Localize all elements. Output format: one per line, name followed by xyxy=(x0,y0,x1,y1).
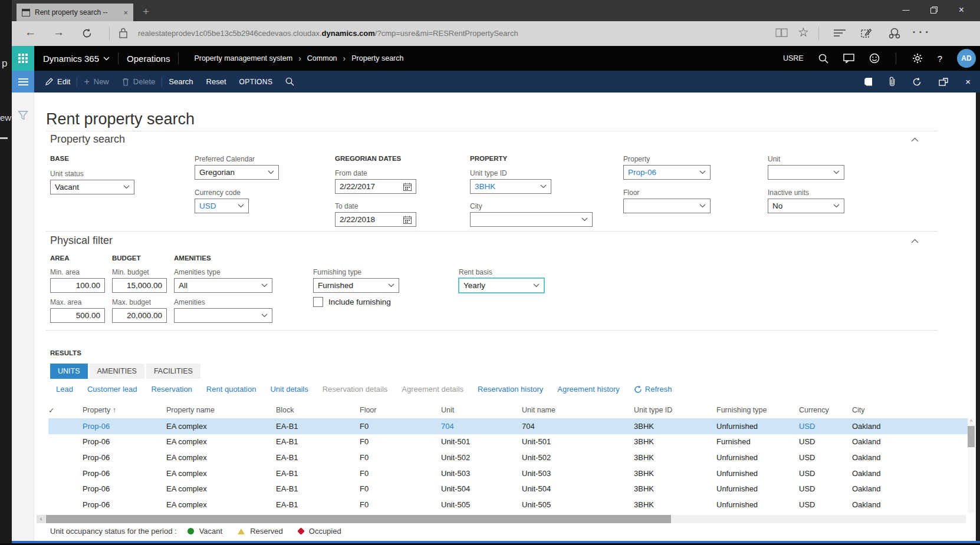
smiley-icon[interactable] xyxy=(869,53,880,64)
horizontal-scrollbar[interactable]: ‹ xyxy=(37,515,966,523)
column-header-furnishing-type[interactable]: Furnishing type xyxy=(716,406,799,414)
cell-unit[interactable]: 704 xyxy=(441,422,522,431)
collapse-chevron-icon[interactable] xyxy=(911,239,919,243)
close-page-icon[interactable]: × xyxy=(965,77,971,87)
column-header-unit-type-id[interactable]: Unit type ID xyxy=(634,406,716,414)
column-header-block[interactable]: Block xyxy=(276,406,360,414)
table-row[interactable]: Prop-06 EA complex EA-B1 F0 704 704 3BHK… xyxy=(48,418,974,434)
search-command-button[interactable]: Search xyxy=(162,77,199,86)
reservation-details-link[interactable]: Reservation details xyxy=(323,385,388,394)
unit-details-link[interactable]: Unit details xyxy=(270,385,308,394)
edit-button[interactable]: Edit xyxy=(39,77,77,86)
column-header-unit[interactable]: Unit xyxy=(441,406,522,414)
new-button[interactable]: + New xyxy=(77,77,115,87)
favorites-star-icon[interactable]: ☆ xyxy=(798,25,809,39)
tab-amenities[interactable]: AMENITIES xyxy=(90,364,144,379)
city-dropdown[interactable] xyxy=(470,212,593,227)
max-budget-input[interactable]: 20,000.00 xyxy=(112,308,167,323)
rent-quotation-link[interactable]: Rent quotation xyxy=(206,385,256,394)
refresh-icon[interactable] xyxy=(81,28,93,39)
collapse-chevron-icon[interactable] xyxy=(911,137,919,142)
inactive-units-dropdown[interactable]: No xyxy=(768,199,844,213)
column-header-unit-name[interactable]: Unit name xyxy=(522,406,634,414)
help-icon[interactable]: ? xyxy=(938,54,942,64)
floor-dropdown[interactable] xyxy=(623,199,711,213)
breadcrumb-item[interactable]: Property search xyxy=(351,54,403,62)
tab-units[interactable]: UNITS xyxy=(50,364,88,379)
reading-view-icon[interactable] xyxy=(775,28,788,38)
scroll-left-icon[interactable]: ‹ xyxy=(37,515,45,523)
column-header-property-name[interactable]: Property name xyxy=(166,406,276,414)
share-icon[interactable] xyxy=(889,28,900,39)
column-header-city[interactable]: City xyxy=(852,406,974,414)
column-header-floor[interactable]: Floor xyxy=(360,406,441,414)
window-minimize-button[interactable]: — xyxy=(892,0,920,19)
vertical-scrollbar[interactable]: ^ xyxy=(968,418,975,513)
agreement-details-link[interactable]: Agreement details xyxy=(402,385,463,394)
calendar-icon[interactable] xyxy=(403,216,412,224)
currency-code-dropdown[interactable]: USD xyxy=(195,199,249,213)
cell-currency[interactable]: USD xyxy=(799,422,852,431)
new-tab-button[interactable]: + xyxy=(143,4,149,20)
calendar-icon[interactable] xyxy=(403,183,412,191)
preferred-calendar-dropdown[interactable]: Gregorian xyxy=(195,165,279,180)
breadcrumb-item[interactable]: Common xyxy=(307,54,337,62)
brand-menu[interactable]: Dynamics 365 xyxy=(43,54,110,64)
cell-property[interactable]: Prop-06 xyxy=(83,422,166,431)
table-row[interactable]: Prop-06 EA complex EA-B1 F0 Unit-502 Uni… xyxy=(48,450,974,465)
refresh-link[interactable]: Refresh xyxy=(634,385,672,394)
reservation-link[interactable]: Reservation xyxy=(151,385,192,394)
reset-button[interactable]: Reset xyxy=(200,77,233,86)
office-icon[interactable] xyxy=(864,78,872,86)
column-header-property[interactable]: Property ↑ xyxy=(83,406,166,414)
unit-type-id-dropdown[interactable]: 3BHK xyxy=(470,179,551,194)
max-area-input[interactable]: 500.00 xyxy=(50,308,105,323)
property-dropdown[interactable]: Prop-06 xyxy=(623,165,711,180)
web-note-icon[interactable] xyxy=(861,28,872,39)
agreement-history-link[interactable]: Agreement history xyxy=(557,385,620,394)
hamburger-menu-button[interactable] xyxy=(12,71,34,93)
lead-link[interactable]: Lead xyxy=(56,385,73,394)
horizontal-scrollbar-thumb[interactable] xyxy=(46,515,671,523)
avatar[interactable]: AD xyxy=(957,49,976,68)
reservation-history-link[interactable]: Reservation history xyxy=(478,385,543,394)
rent-basis-dropdown[interactable]: Yearly xyxy=(459,278,544,293)
settings-gear-icon[interactable] xyxy=(912,53,923,64)
select-all-check-icon[interactable]: ✓ xyxy=(48,406,66,415)
company-selector[interactable]: USRE xyxy=(783,54,804,62)
browser-tab[interactable]: Rent property search -- × xyxy=(17,4,133,21)
table-row[interactable]: Prop-06 EA complex EA-B1 F0 Unit-503 Uni… xyxy=(48,465,974,481)
delete-button[interactable]: Delete xyxy=(116,77,162,86)
from-date-input[interactable]: 2/22/2017 xyxy=(335,179,416,194)
search-icon[interactable] xyxy=(818,54,828,64)
window-restore-button[interactable] xyxy=(920,0,948,19)
refresh-icon[interactable] xyxy=(912,77,922,87)
tab-close-icon[interactable]: × xyxy=(123,8,128,17)
open-in-new-window-icon[interactable] xyxy=(939,78,948,86)
back-icon[interactable]: ← xyxy=(25,26,36,39)
forward-icon[interactable]: → xyxy=(53,26,64,39)
url-text[interactable]: realestateprodev1c05be13c5b2946cedevaos.… xyxy=(138,29,518,38)
furnishing-type-dropdown[interactable]: Furnished xyxy=(313,278,399,293)
table-row[interactable]: Prop-06 EA complex EA-B1 F0 Unit-501 Uni… xyxy=(48,434,974,450)
attach-paperclip-icon[interactable] xyxy=(889,77,895,87)
table-row[interactable]: Prop-06 EA complex EA-B1 F0 Unit-504 Uni… xyxy=(48,481,974,497)
find-icon[interactable] xyxy=(279,77,301,86)
amenities-dropdown[interactable] xyxy=(174,308,272,323)
options-menu[interactable]: OPTIONS xyxy=(233,78,279,86)
hub-icon[interactable] xyxy=(834,29,846,37)
filter-funnel-icon[interactable] xyxy=(18,110,28,121)
include-furnishing-checkbox[interactable] xyxy=(313,297,323,307)
min-area-input[interactable]: 100.00 xyxy=(50,278,105,293)
to-date-input[interactable]: 2/22/2018 xyxy=(335,212,416,227)
window-close-button[interactable]: × xyxy=(948,0,975,19)
tab-facilities[interactable]: FACILITIES xyxy=(146,364,200,379)
more-actions-icon[interactable]: • • • xyxy=(913,28,929,35)
customer-lead-link[interactable]: Customer lead xyxy=(87,385,137,394)
feedback-icon[interactable] xyxy=(843,54,854,63)
min-budget-input[interactable]: 15,000.00 xyxy=(112,278,167,293)
vertical-scrollbar-thumb[interactable] xyxy=(968,426,975,447)
waffle-menu-button[interactable] xyxy=(12,46,34,71)
table-row[interactable]: Prop-06 EA complex EA-B1 F0 Unit-505 Uni… xyxy=(48,497,974,513)
scroll-up-icon[interactable]: ^ xyxy=(968,418,975,426)
